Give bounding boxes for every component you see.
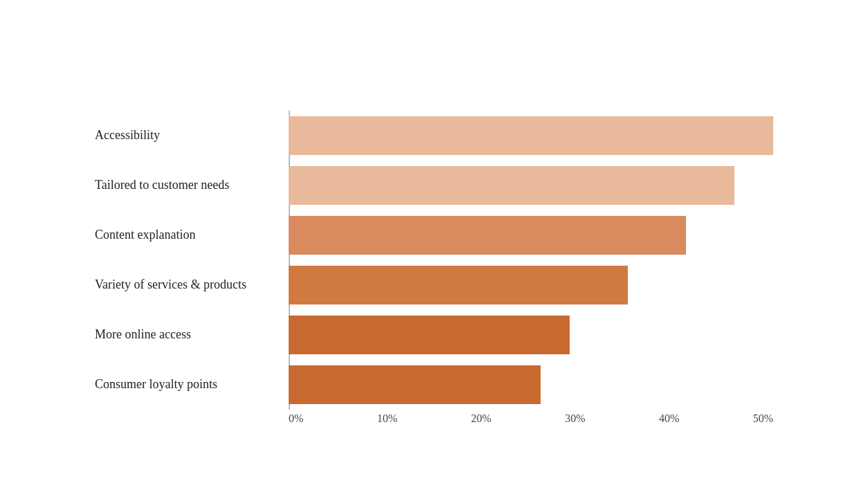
x-axis-label: 10%: [377, 412, 397, 425]
bar-label: Accessibility: [95, 127, 289, 144]
bar-label: Tailored to customer needs: [95, 176, 289, 194]
bar-label: Variety of services & products: [95, 276, 289, 293]
bar-track: [289, 111, 773, 161]
bar-label: Consumer loyalty points: [95, 376, 289, 393]
bar-fill: [289, 266, 628, 304]
bar-track: [289, 161, 773, 210]
bar-fill: [289, 216, 686, 255]
bar-track: [289, 260, 773, 310]
bar-fill: [289, 166, 734, 205]
chart-container: AccessibilityTailored to customer needsC…: [53, 48, 815, 453]
x-axis-label: 40%: [659, 412, 679, 425]
bar-track: [289, 210, 773, 260]
bar-row: Accessibility: [95, 111, 773, 161]
x-axis-label: 0%: [289, 412, 303, 425]
x-axis-label: 50%: [753, 412, 773, 425]
bar-fill: [289, 365, 541, 404]
bar-track: [289, 310, 773, 360]
x-axis-label: 30%: [565, 412, 585, 425]
bar-label: Content explanation: [95, 226, 289, 244]
bar-row: Consumer loyalty points: [95, 360, 773, 410]
x-axis-labels: 0%10%20%30%40%50%: [289, 412, 773, 425]
x-axis-row: 0%10%20%30%40%50%: [95, 412, 773, 425]
x-axis-label: 20%: [471, 412, 491, 425]
bar-fill: [289, 116, 773, 155]
bar-track: [289, 360, 773, 410]
bar-row: Content explanation: [95, 210, 773, 260]
chart-area: AccessibilityTailored to customer needsC…: [95, 111, 773, 410]
bar-row: Variety of services & products: [95, 260, 773, 310]
bar-label: More online access: [95, 326, 289, 343]
bar-row: Tailored to customer needs: [95, 161, 773, 210]
bar-row: More online access: [95, 310, 773, 360]
bar-fill: [289, 316, 570, 354]
